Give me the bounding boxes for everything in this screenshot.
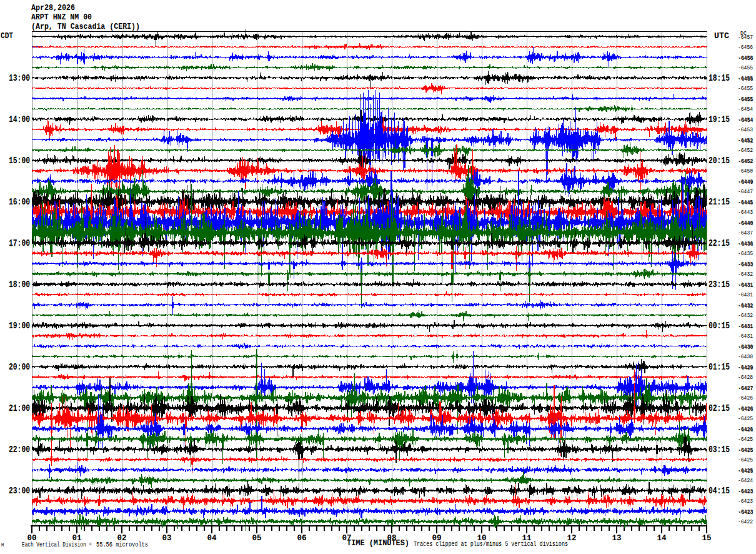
svg-text:20:15: 20:15 — [709, 156, 730, 166]
svg-text:-6432: -6432 — [739, 303, 754, 310]
svg-text:05: 05 — [252, 533, 262, 543]
svg-text:-6452: -6452 — [738, 147, 753, 154]
svg-text:Traces clipped at plus/minus 5: Traces clipped at plus/minus 5 vertical … — [414, 541, 568, 548]
svg-text:(Arp, TN Cascadia (CERI)): (Arp, TN Cascadia (CERI)) — [31, 22, 140, 31]
svg-text:13: 13 — [612, 533, 622, 543]
svg-text:-6431: -6431 — [738, 291, 753, 298]
svg-text:-6445: -6445 — [739, 199, 754, 206]
svg-text:-6440: -6440 — [739, 220, 754, 227]
svg-text:-6443: -6443 — [738, 209, 753, 216]
svg-text:-6425: -6425 — [739, 447, 754, 454]
svg-text:-6429: -6429 — [739, 365, 754, 371]
svg-text:21:15: 21:15 — [709, 197, 730, 207]
svg-text:-6456: -6456 — [738, 44, 753, 51]
svg-text:-6423: -6423 — [739, 509, 754, 516]
svg-text:20:00: 20:00 — [9, 362, 30, 372]
svg-text:-6452: -6452 — [739, 158, 754, 165]
svg-text:13:00: 13:00 — [9, 73, 30, 83]
svg-text:03: 03 — [162, 533, 172, 543]
svg-text:-6456: -6456 — [739, 55, 754, 62]
svg-text:-6437: -6437 — [738, 229, 753, 236]
svg-text:-6457: -6457 — [738, 34, 753, 41]
svg-text:-6425: -6425 — [738, 456, 753, 463]
svg-text:12: 12 — [567, 533, 577, 543]
svg-text:-6430: -6430 — [739, 344, 754, 351]
svg-text:-6453: -6453 — [738, 126, 753, 133]
svg-text:22:00: 22:00 — [9, 445, 30, 455]
svg-text:16:00: 16:00 — [9, 197, 30, 207]
svg-text:-6430: -6430 — [738, 353, 753, 360]
svg-text:21:00: 21:00 — [9, 403, 30, 413]
svg-text:-6455: -6455 — [739, 76, 754, 83]
svg-text:-6431: -6431 — [739, 323, 754, 330]
svg-text:-6455: -6455 — [738, 85, 753, 92]
svg-text:-6428: -6428 — [738, 374, 753, 381]
svg-text:-6433: -6433 — [739, 261, 754, 268]
svg-text:-6425: -6425 — [738, 436, 753, 443]
svg-text:-6423: -6423 — [739, 488, 754, 495]
svg-text:-6427: -6427 — [739, 385, 754, 392]
svg-text:19:15: 19:15 — [709, 114, 730, 124]
svg-text:-6424: -6424 — [738, 477, 753, 484]
svg-text:-6449: -6449 — [739, 179, 754, 186]
svg-text:00:15: 00:15 — [709, 321, 730, 331]
svg-text:17:00: 17:00 — [9, 238, 30, 248]
svg-text:14:00: 14:00 — [9, 114, 30, 124]
svg-text:18:00: 18:00 — [9, 280, 30, 290]
svg-text:Each Vertical Division =: Each Vertical Division = — [22, 541, 92, 548]
svg-text:-6435: -6435 — [738, 250, 753, 257]
svg-text:23:00: 23:00 — [9, 486, 30, 496]
svg-text:-6426: -6426 — [738, 395, 753, 401]
svg-text:-6455: -6455 — [738, 64, 753, 71]
svg-text:-6447: -6447 — [738, 188, 753, 195]
svg-text:M: M — [1, 543, 4, 548]
svg-text:-6450: -6450 — [738, 168, 753, 174]
svg-text:UTC: UTC — [714, 31, 729, 41]
svg-text:-6436: -6436 — [739, 241, 754, 248]
svg-text:-6452: -6452 — [739, 138, 754, 144]
svg-text:ARPT HNZ NM 00: ARPT HNZ NM 00 — [31, 13, 92, 22]
svg-text:22:15: 22:15 — [709, 238, 730, 248]
svg-text:-6423: -6423 — [738, 498, 753, 505]
svg-text:-6455: -6455 — [739, 96, 754, 103]
svg-text:23:15: 23:15 — [709, 280, 730, 290]
svg-text:-6426: -6426 — [739, 426, 754, 433]
svg-text:01:15: 01:15 — [709, 362, 730, 372]
svg-text:-6432: -6432 — [738, 271, 753, 278]
svg-text:14: 14 — [657, 533, 667, 543]
svg-text:04:15: 04:15 — [709, 486, 730, 496]
svg-text:-6431: -6431 — [739, 282, 754, 289]
svg-text:-6425: -6425 — [739, 468, 754, 475]
svg-text:18:15: 18:15 — [709, 73, 730, 83]
svg-text:-6425: -6425 — [738, 415, 753, 422]
svg-text:TIME (MINUTES): TIME (MINUTES) — [347, 539, 409, 548]
svg-text:02:15: 02:15 — [709, 403, 730, 413]
svg-text:-6426: -6426 — [739, 406, 754, 413]
svg-text:CDT: CDT — [1, 31, 13, 41]
svg-text:15: 15 — [702, 533, 712, 543]
svg-text:-6454: -6454 — [738, 106, 753, 113]
svg-text:04: 04 — [207, 533, 217, 543]
svg-text:-6432: -6432 — [738, 312, 753, 319]
svg-text:19:00: 19:00 — [9, 321, 30, 331]
svg-text:Apr28,2026: Apr28,2026 — [31, 3, 75, 13]
svg-text:-6431: -6431 — [738, 333, 753, 340]
svg-text:15:00: 15:00 — [9, 156, 30, 166]
svg-text:03:15: 03:15 — [709, 445, 730, 455]
svg-text:55.56 microvolts: 55.56 microvolts — [96, 541, 148, 548]
svg-text:-6422: -6422 — [738, 518, 753, 525]
svg-text:-6454: -6454 — [739, 117, 754, 124]
svg-text:06: 06 — [297, 533, 307, 543]
